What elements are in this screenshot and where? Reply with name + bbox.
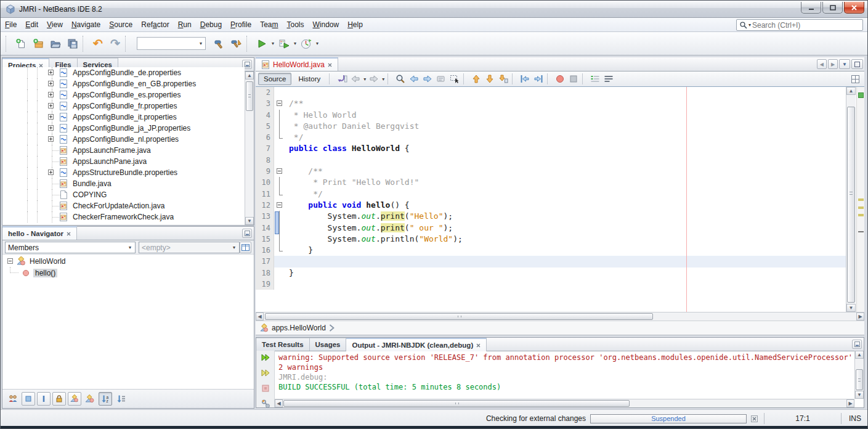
code-line-5[interactable]: 5 * @author Daniel Bergqvist [256, 121, 846, 132]
shift-line-left-button[interactable] [518, 73, 532, 85]
find-selection-button[interactable] [394, 73, 407, 85]
code-line-14[interactable]: 14 System.out.print(" our "); [256, 223, 846, 234]
inner-class-filter-icon[interactable] [83, 392, 97, 406]
code-line-18[interactable]: 18} [256, 268, 846, 279]
dropdown-arrow-icon[interactable]: ▾ [316, 41, 318, 46]
tab-navigator[interactable]: hello - Navigator [2, 226, 77, 240]
occurrence-mark[interactable] [858, 214, 864, 216]
split-document-icon[interactable] [848, 73, 862, 85]
code-line-13[interactable]: 13 System.out.print("Hello"); [256, 211, 846, 222]
code-line-15[interactable]: 15 System.out.println("World"); [256, 234, 846, 245]
error-stripe[interactable] [856, 87, 864, 312]
dropdown-arrow-icon[interactable]: ▾ [272, 41, 274, 46]
redo-button[interactable]: ↷ [107, 35, 124, 52]
filter-combo[interactable]: <empty>▾ [139, 242, 240, 253]
find-previous-button[interactable] [407, 73, 421, 85]
show-fields-toggle[interactable] [22, 392, 35, 406]
scroll-down-icon[interactable]: ▼ [245, 217, 254, 225]
code-line-16[interactable]: 16 } [256, 245, 846, 256]
occurrence-mark[interactable] [858, 206, 864, 209]
history-view-button[interactable]: History [293, 73, 326, 85]
scroll-right-icon[interactable]: ▶ [856, 313, 864, 321]
code-line-19[interactable]: 19 [256, 279, 846, 290]
view-selector-combo[interactable]: Members▾ [5, 242, 136, 253]
scroll-down-icon[interactable]: ▼ [846, 304, 856, 312]
menu-window[interactable]: Window [309, 18, 344, 31]
stop-build-button[interactable] [261, 383, 270, 395]
undo-button[interactable]: ↶ [89, 35, 107, 52]
back-button[interactable] [349, 73, 362, 85]
tree-item[interactable]: AppsLaunchFrame.java [2, 145, 245, 156]
show-static-toggle[interactable] [37, 392, 51, 406]
minimize-window-group-button[interactable] [852, 340, 862, 349]
start-macro-recording-button[interactable] [553, 73, 567, 85]
scroll-up-icon[interactable]: ▲ [245, 72, 254, 80]
expand-icon[interactable] [48, 125, 54, 131]
open-project-button[interactable] [47, 35, 64, 52]
menu-profile[interactable]: Profile [226, 18, 256, 31]
profile-project-button[interactable] [298, 35, 315, 52]
expand-icon[interactable] [48, 114, 54, 120]
tree-item[interactable]: AppsConfigBundle_fr.properties [2, 100, 245, 112]
minimize-button[interactable] [801, 2, 821, 14]
debug-project-button[interactable] [275, 35, 293, 52]
scroll-down-icon[interactable]: ▼ [855, 391, 864, 399]
shift-line-right-button[interactable] [532, 73, 545, 85]
expand-icon[interactable] [48, 103, 54, 108]
code-line-10[interactable]: 10 * Print "Hello World!" [256, 177, 846, 188]
menu-source[interactable]: Source [105, 18, 137, 31]
menu-help[interactable]: Help [343, 18, 367, 31]
build-project-button[interactable] [211, 35, 228, 52]
expand-icon[interactable] [48, 136, 54, 142]
breadcrumb[interactable]: apps.HelloWorld [256, 321, 864, 335]
clean-build-project-button[interactable] [228, 35, 245, 52]
quick-search[interactable]: ▾ [736, 19, 863, 31]
code-line-9[interactable]: 9 /** [256, 166, 846, 177]
tree-item[interactable]: Bundle.java [2, 178, 245, 189]
scroll-tabs-left-icon[interactable]: ◀ [817, 59, 827, 69]
code-line-12[interactable]: 12 public void hello() { [256, 200, 846, 211]
menu-file[interactable]: File [1, 18, 21, 31]
expand-icon[interactable] [48, 92, 54, 97]
code-line-2[interactable]: 2 [256, 87, 846, 98]
fold-margin[interactable] [274, 98, 284, 109]
navigator-method-row[interactable]: hello() [2, 267, 254, 279]
breadcrumb-item[interactable]: apps.HelloWorld [272, 324, 326, 332]
open-javadoc-window-button[interactable] [240, 242, 251, 253]
new-project-button[interactable] [30, 35, 47, 52]
tree-item[interactable]: CheckerFrameworkCheck.java [2, 211, 245, 223]
move-up-button[interactable] [469, 73, 483, 85]
stop-macro-recording-button[interactable] [567, 73, 580, 85]
dropdown-arrow-icon[interactable]: ▾ [294, 41, 296, 46]
scroll-tabs-right-icon[interactable]: ▶ [828, 59, 838, 69]
inherited-members-icon[interactable] [6, 392, 20, 406]
code-line-3[interactable]: 3/** [256, 98, 846, 109]
menu-view[interactable]: View [43, 18, 67, 31]
tree-item[interactable]: AppsConfigBundle_ja_JP.properties [2, 123, 245, 134]
show-inner-classes-toggle[interactable] [68, 392, 81, 406]
editor-vertical-scrollbar[interactable]: ▲ ▼ [846, 87, 856, 312]
tree-item[interactable]: AppsStructureBundle.properties [2, 167, 245, 178]
rerun-with-different-parameters-button[interactable] [261, 368, 270, 380]
scroll-left-icon[interactable]: ◀ [275, 399, 283, 407]
fold-margin[interactable] [274, 200, 284, 211]
tab-helloworld-java[interactable]: HelloWorld.java [256, 57, 338, 71]
tree-item[interactable]: COPYING [2, 189, 245, 200]
output-horizontal-scrollbar[interactable]: ◀ ▶ [275, 399, 854, 407]
output-console[interactable]: warning: Supported source version 'RELEA… [278, 353, 854, 399]
toolbar-config-combo[interactable]: ▾ [137, 37, 206, 50]
show-non-public-toggle[interactable] [52, 392, 66, 406]
rerun-button[interactable] [261, 353, 270, 364]
find-next-button[interactable] [421, 73, 434, 85]
collapse-icon[interactable] [7, 258, 13, 264]
fold-margin[interactable] [274, 166, 284, 177]
menu-tools[interactable]: Tools [282, 18, 308, 31]
code-editor[interactable]: 23/**4 * Hello World5 * @author Daniel B… [256, 87, 864, 312]
tree-item[interactable]: AppsConfigBundle_it.properties [2, 112, 245, 123]
code-line-6[interactable]: 6 */ [256, 132, 846, 143]
menu-navigate[interactable]: Navigate [67, 18, 105, 31]
forward-button[interactable] [367, 73, 381, 85]
source-view-button[interactable]: Source [258, 73, 291, 85]
maximize-editor-icon[interactable] [851, 59, 863, 69]
menu-run[interactable]: Run [174, 18, 196, 31]
